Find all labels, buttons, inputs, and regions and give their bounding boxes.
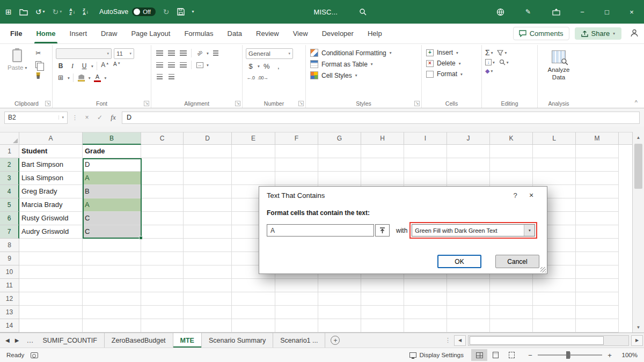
formula-input[interactable]: D: [122, 112, 640, 124]
cell-C12[interactable]: [141, 292, 184, 306]
tab-help[interactable]: Help: [361, 24, 389, 43]
find-select-button[interactable]: ▾: [499, 59, 509, 65]
cell-I13[interactable]: [404, 306, 447, 319]
insert-cells-button[interactable]: + Insert ▾: [426, 49, 477, 56]
cell-L11[interactable]: [533, 279, 576, 292]
borders-button[interactable]: ⊞: [56, 73, 65, 83]
dialog-resize-grip[interactable]: [540, 267, 546, 272]
tab-data[interactable]: Data: [221, 24, 249, 43]
share-button[interactable]: Share ▾: [575, 27, 621, 40]
row-header-13[interactable]: 13: [0, 306, 19, 319]
cell-A14[interactable]: [19, 319, 83, 333]
enter-entry-icon[interactable]: ✓: [95, 114, 105, 121]
add-sheet-button[interactable]: +: [331, 336, 340, 345]
cell-B9[interactable]: [83, 252, 141, 265]
cell-C4[interactable]: [141, 185, 184, 198]
comma-style-button[interactable]: ,: [274, 61, 283, 71]
paste-button[interactable]: Paste▾: [4, 47, 30, 73]
cell-M9[interactable]: [576, 252, 619, 265]
underline-chevron-icon[interactable]: ▾: [91, 64, 93, 69]
cell-B1[interactable]: Grade: [83, 145, 141, 158]
cell-H13[interactable]: [361, 306, 404, 319]
open-folder-icon[interactable]: [19, 9, 28, 16]
cell-A9[interactable]: [19, 252, 83, 265]
cell-C8[interactable]: [141, 239, 184, 252]
cell-I3[interactable]: [404, 172, 447, 185]
cell-E1[interactable]: [232, 145, 275, 158]
cell-G2[interactable]: [318, 158, 361, 172]
cell-D6[interactable]: [184, 212, 232, 225]
horizontal-scrollbar[interactable]: [468, 335, 629, 346]
ok-button[interactable]: OK: [437, 255, 481, 268]
cell-J13[interactable]: [447, 306, 490, 319]
font-color-chevron-icon[interactable]: ▾: [105, 76, 107, 80]
tab-formulas[interactable]: Formulas: [177, 24, 220, 43]
cell-E3[interactable]: [232, 172, 275, 185]
cell-D7[interactable]: [184, 225, 232, 239]
cell-E11[interactable]: [232, 279, 275, 292]
cell-E12[interactable]: [232, 292, 275, 306]
underline-button[interactable]: U: [79, 61, 89, 71]
row-header-1[interactable]: 1: [0, 145, 19, 158]
cell-K1[interactable]: [490, 145, 533, 158]
accounting-chevron-icon[interactable]: ▾: [258, 64, 260, 69]
cell-G13[interactable]: [318, 306, 361, 319]
cell-C13[interactable]: [141, 306, 184, 319]
cell-C5[interactable]: [141, 198, 184, 212]
cell-I11[interactable]: [404, 279, 447, 292]
cell-M8[interactable]: [576, 239, 619, 252]
cell-J14[interactable]: [447, 319, 490, 333]
cut-icon[interactable]: ✂: [33, 48, 43, 58]
fill-color-button[interactable]: [77, 73, 86, 83]
sort-ascending-icon[interactable]: AZ↓: [69, 8, 75, 16]
row-header-5[interactable]: 5: [0, 198, 19, 212]
ribbon-display-options-icon[interactable]: [542, 0, 570, 24]
column-header-E[interactable]: E: [232, 132, 275, 145]
save-icon[interactable]: [177, 8, 185, 16]
cell-C9[interactable]: [141, 252, 184, 265]
row-header-2[interactable]: 2: [0, 158, 19, 172]
analyze-data-button[interactable]: Analyze Data: [541, 47, 576, 82]
column-header-H[interactable]: H: [361, 132, 404, 145]
cell-A6[interactable]: Rusty Griswold: [19, 212, 83, 225]
cell-B3[interactable]: A: [83, 172, 141, 185]
merge-center-button[interactable]: ↔: [195, 60, 204, 70]
dialog-close-button[interactable]: ×: [523, 191, 539, 200]
cell-H14[interactable]: [361, 319, 404, 333]
column-header-J[interactable]: J: [447, 132, 490, 145]
draw-pencil-icon[interactable]: ✎: [514, 0, 542, 24]
cell-F12[interactable]: [275, 292, 318, 306]
sheet-tab-sumif-countif[interactable]: SUMIF_COUNTIF: [35, 333, 104, 348]
column-header-M[interactable]: M: [576, 132, 619, 145]
quick-access-chevron[interactable]: ▾: [192, 10, 194, 14]
cell-I12[interactable]: [404, 292, 447, 306]
cell-D10[interactable]: [184, 265, 232, 279]
cell-D1[interactable]: [184, 145, 232, 158]
person-icon[interactable]: [630, 29, 639, 39]
tab-file[interactable]: File: [3, 24, 29, 43]
cell-D5[interactable]: [184, 198, 232, 212]
search-icon[interactable]: [359, 8, 367, 16]
sort-descending-icon[interactable]: ZA↓: [83, 8, 89, 16]
cell-B11[interactable]: [83, 279, 141, 292]
network-icon[interactable]: [486, 0, 514, 24]
display-settings-button[interactable]: Display Settings: [409, 352, 464, 358]
cancel-button[interactable]: Cancel: [495, 255, 539, 268]
zoom-out-button[interactable]: −: [527, 351, 533, 359]
cell-F11[interactable]: [275, 279, 318, 292]
cell-A12[interactable]: [19, 292, 83, 306]
sheet-tab-mte[interactable]: MTE: [173, 333, 202, 348]
cell-A8[interactable]: [19, 239, 83, 252]
row-header-8[interactable]: 8: [0, 239, 19, 252]
cell-E13[interactable]: [232, 306, 275, 319]
cell-A4[interactable]: Greg Brady: [19, 185, 83, 198]
cell-F3[interactable]: [275, 172, 318, 185]
cell-H2[interactable]: [361, 158, 404, 172]
cell-A2[interactable]: Bart Simpson: [19, 158, 83, 172]
increase-decimal-button[interactable]: ←.0: [246, 73, 255, 83]
increase-font-size-button[interactable]: A▲: [100, 61, 110, 71]
cell-M6[interactable]: [576, 212, 619, 225]
number-format-combo[interactable]: General▾: [246, 48, 293, 59]
cell-B7[interactable]: C: [83, 225, 141, 239]
cell-C2[interactable]: [141, 158, 184, 172]
